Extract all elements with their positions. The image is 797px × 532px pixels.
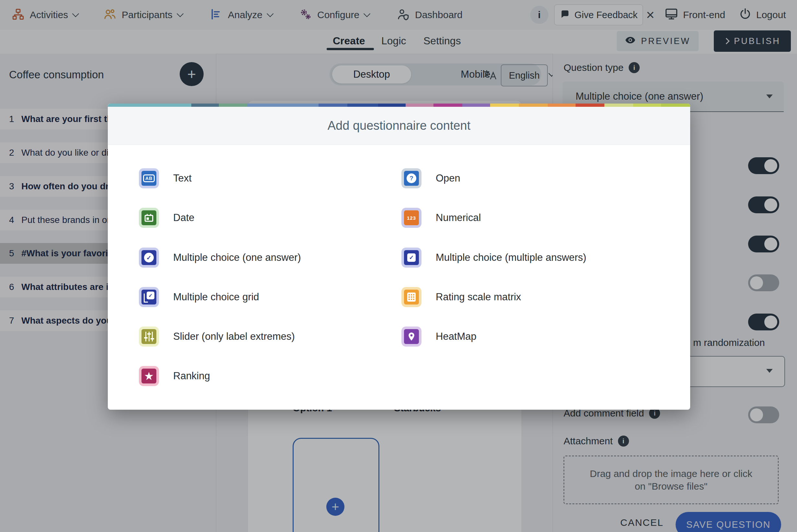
strip-segment	[318, 103, 347, 107]
content-type-label: HeatMap	[436, 331, 477, 342]
strip-segment	[490, 103, 519, 107]
strip-segment	[247, 103, 318, 107]
content-type-label: Ranking	[173, 370, 210, 382]
content-type-label: Numerical	[436, 212, 481, 224]
add-content-modal: Add questionnaire content ABTextDate✓Mul…	[108, 103, 690, 410]
strip-segment	[378, 103, 406, 107]
content-type-mc-one[interactable]: ✓Multiple choice (one answer)	[139, 248, 301, 268]
content-type-mc-grid[interactable]: ✓Multiple choice grid	[139, 287, 259, 307]
strip-segment	[519, 103, 548, 107]
heatmap-icon	[402, 326, 422, 346]
content-type-label: Slider (only label extremes)	[173, 331, 295, 342]
content-type-label: Open	[436, 172, 460, 184]
open-icon: ?	[402, 168, 422, 188]
content-type-label: Rating scale matrix	[436, 291, 521, 303]
numerical-icon: 123	[402, 208, 422, 228]
strip-segment	[605, 103, 633, 107]
strip-segment	[219, 103, 247, 107]
app: Activities Participants Analyze Configur…	[0, 0, 797, 532]
strip-segment	[433, 103, 462, 107]
strip-segment	[406, 103, 433, 107]
strip-segment	[548, 103, 576, 107]
strip-segment	[347, 103, 378, 107]
content-type-text[interactable]: ABText	[139, 168, 192, 188]
modal-header: Add questionnaire content	[108, 107, 690, 145]
content-type-open[interactable]: ?Open	[402, 168, 460, 188]
content-type-date[interactable]: Date	[139, 208, 194, 228]
modal-title: Add questionnaire content	[328, 119, 471, 133]
content-type-rating[interactable]: Rating scale matrix	[402, 287, 521, 307]
strip-segment	[191, 103, 219, 107]
content-type-label: Multiple choice grid	[173, 291, 259, 303]
ranking-icon: ★	[139, 366, 159, 386]
content-type-label: Multiple choice (one answer)	[173, 252, 301, 263]
strip-segment	[576, 103, 605, 107]
content-type-label: Date	[173, 212, 194, 224]
content-type-slider[interactable]: Slider (only label extremes)	[139, 326, 295, 346]
content-type-label: Text	[173, 172, 192, 184]
strip-segment	[108, 103, 191, 107]
rainbow-strip	[108, 103, 690, 107]
date-icon	[139, 208, 159, 228]
strip-segment	[462, 103, 490, 107]
slider-icon	[139, 326, 159, 346]
strip-segment	[633, 103, 661, 107]
mc-one-icon: ✓	[139, 248, 159, 268]
content-type-ranking[interactable]: ★Ranking	[139, 366, 210, 386]
content-type-numerical[interactable]: 123Numerical	[402, 208, 481, 228]
rating-icon	[402, 287, 422, 307]
strip-segment	[661, 103, 690, 107]
mc-grid-icon: ✓	[139, 287, 159, 307]
content-type-mc-multi[interactable]: ✓Multiple choice (multiple answers)	[402, 248, 586, 268]
mc-multi-icon: ✓	[402, 248, 422, 268]
content-type-heatmap[interactable]: HeatMap	[402, 326, 477, 346]
content-type-label: Multiple choice (multiple answers)	[436, 252, 586, 263]
text-icon: AB	[139, 168, 159, 188]
